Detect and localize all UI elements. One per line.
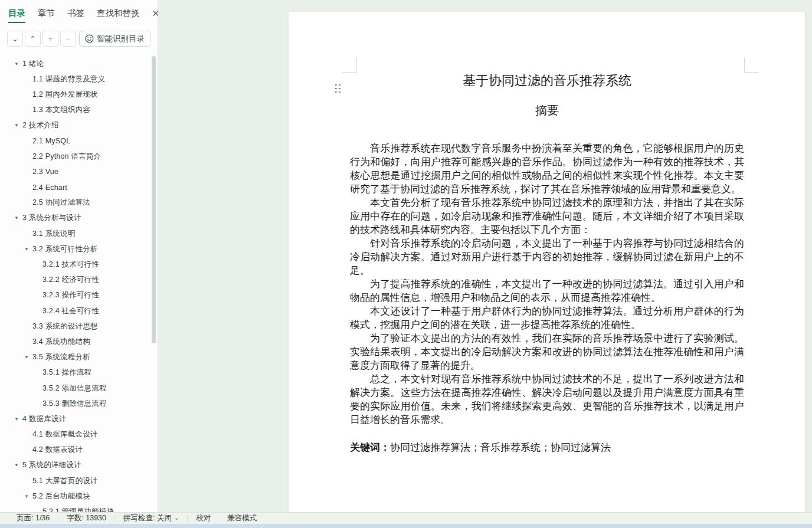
sidebar-scrollbar[interactable] xyxy=(152,56,156,343)
toc-item[interactable]: 2.5 协同过滤算法 xyxy=(0,195,152,211)
toc-item[interactable]: 3.4 系统功能结构 xyxy=(0,334,152,349)
caret-down-icon[interactable]: ▼ xyxy=(24,494,32,499)
next-heading-button[interactable]: ⌄ xyxy=(7,31,23,47)
minus-icon: − xyxy=(66,35,70,43)
toc-item[interactable]: ▼2 技术介绍 xyxy=(0,118,152,133)
toc-item[interactable]: 1.3 本文组织内容 xyxy=(0,103,152,118)
toc-item-label: 4.2 数据表设计 xyxy=(32,445,83,455)
document-page[interactable]: 基于协同过滤的音乐推荐系统 摘要 音乐推荐系统在现代数字音乐服务中扮演着至关重要… xyxy=(289,12,805,512)
caret-down-icon[interactable]: ▼ xyxy=(14,215,22,221)
toc-item[interactable]: 3.5.3 删除信息流程 xyxy=(0,396,152,411)
navigation-pane: 目录 章节 书签 查找和替换 ✕ ⌄ ⌃ + − 智能识别目录 ▼1 绪论1.1… xyxy=(0,0,158,512)
abstract-paragraph: 总之，本文针对现有音乐推荐系统中协同过滤技术的不足，提出了一系列改进方法和解决方… xyxy=(350,372,744,427)
toc-item[interactable]: ▼1 绪论 xyxy=(0,56,152,71)
abstract-paragraph: 针对音乐推荐系统的冷启动问题，本文提出了一种基于内容推荐与协同过滤相结合的冷启动… xyxy=(350,237,744,277)
toc-item[interactable]: 3.2.4 社会可行性 xyxy=(0,303,152,319)
expand-button[interactable]: + xyxy=(42,31,58,47)
toc-item[interactable]: 1.1 课题的背景及意义 xyxy=(0,71,152,87)
toc-item[interactable]: 3.5.2 添加信息流程 xyxy=(0,381,152,396)
tab-toc[interactable]: 目录 xyxy=(8,8,25,23)
abstract-paragraph: 本文首先分析了现有音乐推荐系统中协同过滤技术的原理和方法，并指出了其在实际应用中… xyxy=(350,196,744,237)
toc-item[interactable]: 5.2.1 管理员功能模块 xyxy=(0,504,152,512)
toc-item-label: 3.2 系统可行性分析 xyxy=(32,244,98,254)
page-indicator[interactable]: 页面: 1/36 xyxy=(8,513,58,523)
toc-item-label: 2.1 MySQL xyxy=(32,137,70,145)
toc-item[interactable]: 3.1 系统说明 xyxy=(0,226,152,241)
toc-item-label: 2.5 协同过滤算法 xyxy=(32,198,90,208)
abstract-body: 音乐推荐系统在现代数字音乐服务中扮演着至关重要的角色，它能够根据用户的历史行为和… xyxy=(350,142,744,427)
toc-item-label: 1.3 本文组织内容 xyxy=(32,105,90,115)
caret-down-icon[interactable]: ▼ xyxy=(24,247,32,252)
toc-item[interactable]: ▼3.5 系统流程分析 xyxy=(0,350,152,365)
toc-item-label: 5 系统的详细设计 xyxy=(22,460,81,470)
toc-item[interactable]: ▼4 数据库设计 xyxy=(0,411,152,427)
caret-down-icon[interactable]: ▼ xyxy=(14,463,22,468)
word-count[interactable]: 字数: 13930 xyxy=(58,513,114,523)
toc-item-label: 4 数据库设计 xyxy=(22,414,66,424)
toc-item[interactable]: 2.1 MySQL xyxy=(0,133,152,149)
toc-toolbar: ⌄ ⌃ + − 智能识别目录 xyxy=(0,23,158,47)
caret-down-icon[interactable]: ▼ xyxy=(14,123,22,128)
toc-item[interactable]: 4.1 数据库概念设计 xyxy=(0,427,152,442)
toc-item-label: 3.4 系统功能结构 xyxy=(32,337,90,347)
tab-chapters[interactable]: 章节 xyxy=(38,8,55,23)
toc-item-label: 3.5.1 操作流程 xyxy=(42,368,91,378)
plus-icon: + xyxy=(48,35,53,43)
toc-item-label: 3.3 系统的设计思想 xyxy=(32,322,98,332)
toc-item-label: 3.5.2 添加信息流程 xyxy=(42,383,107,393)
abstract-paragraph: 音乐推荐系统在现代数字音乐服务中扮演着至关重要的角色，它能够根据用户的历史行为和… xyxy=(350,142,744,196)
toc-item[interactable]: 3.2.3 操作可行性 xyxy=(0,288,152,303)
toc-item[interactable]: 2.4 Echart xyxy=(0,180,152,195)
toc-list: ▼1 绪论1.1 课题的背景及意义1.2 国内外发展现状1.3 本文组织内容▼2… xyxy=(0,56,152,512)
abstract-paragraph: 本文还设计了一种基于用户群体行为的协同过滤推荐算法。通过分析用户群体的行为模式，… xyxy=(350,304,744,332)
status-bar: 页面: 1/36 字数: 13930 拼写检查: 关闭 ⌄ 校对 兼容模式 xyxy=(0,512,812,524)
toc-item[interactable]: ▼3.2 系统可行性分析 xyxy=(0,241,152,257)
caret-down-icon[interactable]: ▼ xyxy=(14,61,22,67)
drag-handle-icon[interactable] xyxy=(333,83,341,93)
toc-item[interactable]: 5.1 大屏首页的设计 xyxy=(0,473,152,488)
toc-item[interactable]: 2.3 Vue xyxy=(0,164,152,179)
tab-bookmarks[interactable]: 书签 xyxy=(67,8,84,23)
chevron-up-icon: ⌃ xyxy=(30,35,35,43)
keywords-label: 关键词： xyxy=(350,442,390,453)
toc-item[interactable]: ▼3 系统分析与设计 xyxy=(0,211,152,226)
document-canvas: 基于协同过滤的音乐推荐系统 摘要 音乐推荐系统在现代数字音乐服务中扮演着至关重要… xyxy=(159,0,812,512)
toc-item[interactable]: 1.2 国内外发展现状 xyxy=(0,87,152,102)
tab-find-replace[interactable]: 查找和替换 xyxy=(97,8,140,23)
toc-item[interactable]: ▼5.2 后台功能模块 xyxy=(0,488,152,504)
abstract-paragraph: 为了提高推荐系统的准确性，本文提出了一种改进的协同过滤算法。通过引入用户和物品的… xyxy=(350,277,744,304)
toc-item-label: 2.3 Vue xyxy=(32,168,58,176)
smart-toc-button[interactable]: 智能识别目录 xyxy=(79,31,150,47)
toc-item-label: 3.2.3 操作可行性 xyxy=(42,290,99,300)
toc-item[interactable]: 2.2 Python 语言简介 xyxy=(0,149,152,164)
toc-item-label: 2.4 Echart xyxy=(32,183,67,192)
caret-down-icon[interactable]: ▼ xyxy=(24,355,32,360)
previous-heading-button[interactable]: ⌃ xyxy=(25,31,41,47)
spell-check-toggle[interactable]: 拼写检查: 关闭 ⌄ xyxy=(115,513,187,523)
abstract-heading: 摘要 xyxy=(350,101,744,119)
chevron-down-icon: ⌄ xyxy=(12,35,18,43)
close-pane-icon[interactable]: ✕ xyxy=(152,8,160,22)
toc-item[interactable]: 4.2 数据表设计 xyxy=(0,442,152,458)
keywords-line: 关键词：协同过滤推荐算法；音乐推荐系统；协同过滤算法 xyxy=(350,441,744,454)
caret-down-icon[interactable]: ▼ xyxy=(14,417,22,422)
compat-mode-label[interactable]: 兼容模式 xyxy=(219,513,265,523)
keywords-text: 协同过滤推荐算法；音乐推荐系统；协同过滤算法 xyxy=(390,442,611,453)
toc-item[interactable]: 3.5.1 操作流程 xyxy=(0,365,152,381)
toc-item-label: 3.1 系统说明 xyxy=(32,229,75,239)
collapse-button[interactable]: − xyxy=(60,31,76,47)
toc-item[interactable]: 3.3 系统的设计思想 xyxy=(0,319,152,334)
proofread-button[interactable]: 校对 xyxy=(188,513,219,523)
toc-item[interactable]: 3.2.2 经济可行性 xyxy=(0,273,152,288)
toc-item-label: 5.2 后台功能模块 xyxy=(32,491,90,501)
toc-item[interactable]: 3.2.1 技术可行性 xyxy=(0,257,152,272)
toc-item-label: 5.2.1 管理员功能模块 xyxy=(42,507,114,512)
spell-check-label: 拼写检查: 关闭 xyxy=(123,513,172,523)
toc-item-label: 1.1 课题的背景及意义 xyxy=(32,74,105,84)
toc-item[interactable]: ▼5 系统的详细设计 xyxy=(0,458,152,473)
smart-toc-label: 智能识别目录 xyxy=(97,34,145,44)
window-bottom-edge xyxy=(0,524,812,528)
toc-item-label: 1.2 国内外发展现状 xyxy=(32,90,98,100)
chevron-down-icon: ⌄ xyxy=(174,514,179,521)
document-title: 基于协同过滤的音乐推荐系统 xyxy=(350,71,744,91)
